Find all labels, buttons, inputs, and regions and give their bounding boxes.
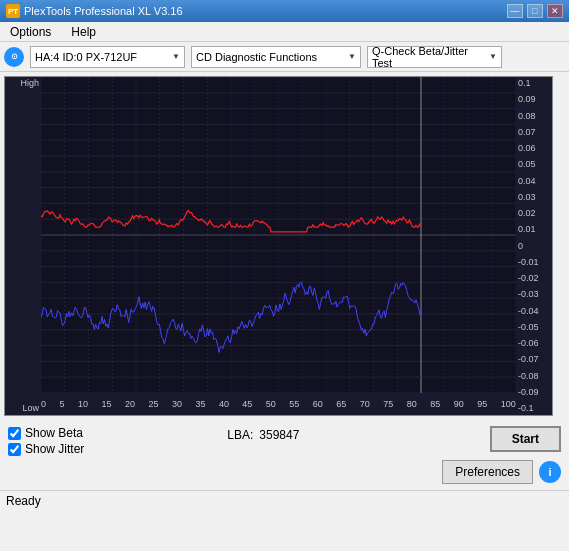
x-axis: 0510152025303540455055606570758085909510… xyxy=(41,393,516,415)
y-right-label: -0.05 xyxy=(518,323,550,332)
y-right-label: 0.09 xyxy=(518,95,550,104)
y-right-label: 0.04 xyxy=(518,177,550,186)
lba-value: 359847 xyxy=(259,428,299,442)
y-right-label: -0.04 xyxy=(518,307,550,316)
window-title: PlexTools Professional XL V3.16 xyxy=(24,5,183,17)
toolbar: ⊙ HA:4 ID:0 PX-712UF ▼ CD Diagnostic Fun… xyxy=(0,42,569,72)
drive-dropdown-arrow: ▼ xyxy=(172,52,180,61)
y-right-label: -0.1 xyxy=(518,404,550,413)
x-axis-label: 30 xyxy=(172,399,182,409)
menu-bar: Options Help xyxy=(0,22,569,42)
status-bar: Ready xyxy=(0,490,569,510)
drive-dropdown[interactable]: HA:4 ID:0 PX-712UF ▼ xyxy=(30,46,185,68)
x-axis-label: 70 xyxy=(360,399,370,409)
show-jitter-row[interactable]: Show Jitter xyxy=(8,442,84,456)
y-right-label: 0 xyxy=(518,242,550,251)
close-button[interactable]: ✕ xyxy=(547,4,563,18)
function-dropdown-arrow: ▼ xyxy=(348,52,356,61)
y-axis-left: High Low xyxy=(5,77,41,415)
x-axis-label: 45 xyxy=(242,399,252,409)
x-axis-label: 65 xyxy=(336,399,346,409)
test-label: Q-Check Beta/Jitter Test xyxy=(372,45,485,69)
lba-section: LBA: 359847 xyxy=(227,426,299,442)
menu-options[interactable]: Options xyxy=(4,23,57,41)
x-axis-label: 95 xyxy=(477,399,487,409)
x-axis-label: 75 xyxy=(383,399,393,409)
drive-button[interactable]: ⊙ xyxy=(4,46,24,68)
y-axis-right: 0.10.090.080.070.060.050.040.030.020.010… xyxy=(516,77,552,415)
drive-label: HA:4 ID:0 PX-712UF xyxy=(35,51,137,63)
chart-draw-area xyxy=(41,77,516,393)
show-beta-label: Show Beta xyxy=(25,426,83,440)
app-icon: PT xyxy=(6,4,20,18)
title-controls: — □ ✕ xyxy=(507,4,563,18)
info-button[interactable]: i xyxy=(539,461,561,483)
show-jitter-checkbox[interactable] xyxy=(8,443,21,456)
y-right-label: 0.05 xyxy=(518,160,550,169)
y-right-label: -0.08 xyxy=(518,372,550,381)
y-right-label: -0.07 xyxy=(518,355,550,364)
y-right-label: -0.06 xyxy=(518,339,550,348)
low-label: Low xyxy=(7,404,39,413)
show-beta-checkbox[interactable] xyxy=(8,427,21,440)
y-right-label: -0.03 xyxy=(518,290,550,299)
minimize-button[interactable]: — xyxy=(507,4,523,18)
x-axis-label: 50 xyxy=(266,399,276,409)
test-dropdown-arrow: ▼ xyxy=(489,52,497,61)
chart-container: High Low 0.10.090.080.070.060.050.040.03… xyxy=(4,76,553,416)
y-right-label: 0.07 xyxy=(518,128,550,137)
y-right-label: 0.02 xyxy=(518,209,550,218)
x-axis-label: 5 xyxy=(59,399,64,409)
x-axis-label: 0 xyxy=(41,399,46,409)
chart-canvas xyxy=(41,77,516,393)
high-label: High xyxy=(7,79,39,88)
maximize-button[interactable]: □ xyxy=(527,4,543,18)
show-jitter-label: Show Jitter xyxy=(25,442,84,456)
test-dropdown[interactable]: Q-Check Beta/Jitter Test ▼ xyxy=(367,46,502,68)
menu-help[interactable]: Help xyxy=(65,23,102,41)
y-right-label: 0.06 xyxy=(518,144,550,153)
function-dropdown[interactable]: CD Diagnostic Functions ▼ xyxy=(191,46,361,68)
x-axis-label: 15 xyxy=(101,399,111,409)
drive-icon: ⊙ xyxy=(4,47,24,67)
preferences-button[interactable]: Preferences xyxy=(442,460,533,484)
lba-label: LBA: xyxy=(227,428,253,442)
x-axis-label: 80 xyxy=(407,399,417,409)
title-bar: PT PlexTools Professional XL V3.16 — □ ✕ xyxy=(0,0,569,22)
x-axis-label: 25 xyxy=(148,399,158,409)
bottom-panel: Show Beta Show Jitter LBA: 359847 Start … xyxy=(0,420,569,490)
prefs-row: Preferences i xyxy=(442,460,561,484)
x-axis-label: 10 xyxy=(78,399,88,409)
main-content: High Low 0.10.090.080.070.060.050.040.03… xyxy=(0,72,569,420)
x-axis-label: 40 xyxy=(219,399,229,409)
x-axis-label: 35 xyxy=(195,399,205,409)
x-axis-label: 20 xyxy=(125,399,135,409)
x-axis-label: 55 xyxy=(289,399,299,409)
y-right-label: 0.08 xyxy=(518,112,550,121)
y-right-label: 0.1 xyxy=(518,79,550,88)
x-axis-label: 90 xyxy=(454,399,464,409)
bottom-right-area: Start Preferences i xyxy=(442,426,561,484)
y-right-label: -0.02 xyxy=(518,274,550,283)
title-bar-left: PT PlexTools Professional XL V3.16 xyxy=(6,4,183,18)
checkboxes: Show Beta Show Jitter xyxy=(8,426,84,456)
function-label: CD Diagnostic Functions xyxy=(196,51,317,63)
x-axis-label: 100 xyxy=(501,399,516,409)
y-right-label: -0.09 xyxy=(518,388,550,397)
y-right-label: 0.03 xyxy=(518,193,550,202)
show-beta-row[interactable]: Show Beta xyxy=(8,426,84,440)
x-axis-label: 85 xyxy=(430,399,440,409)
status-text: Ready xyxy=(6,494,41,508)
y-right-label: -0.01 xyxy=(518,258,550,267)
start-button[interactable]: Start xyxy=(490,426,561,452)
x-axis-label: 60 xyxy=(313,399,323,409)
y-right-label: 0.01 xyxy=(518,225,550,234)
